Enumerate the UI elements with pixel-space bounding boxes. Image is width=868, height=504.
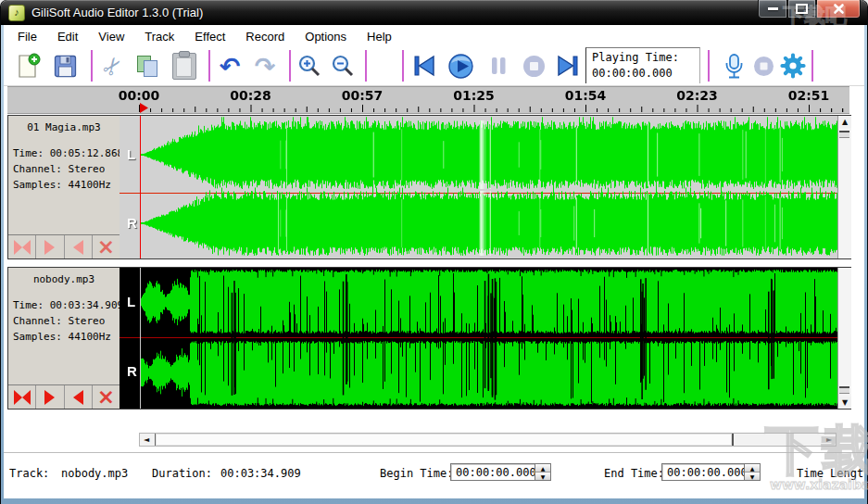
scroll-right-arrow[interactable]: ► xyxy=(823,434,836,446)
track2-channel: Channel: Stereo xyxy=(13,315,105,327)
scroll-down-arrow[interactable]: ▼ xyxy=(838,397,851,409)
track1-samples: Samples: 44100Hz xyxy=(13,179,111,191)
menu-effect[interactable]: Effect xyxy=(184,27,235,46)
track2-controls: × xyxy=(8,384,120,409)
minimize-button[interactable] xyxy=(758,0,787,19)
gear-icon xyxy=(779,52,807,80)
begin-time-input[interactable]: 00:00:00.000 xyxy=(450,463,535,481)
track1-play-all-button[interactable] xyxy=(8,235,36,258)
play-button[interactable] xyxy=(446,51,475,81)
toolbar-separator xyxy=(208,50,210,82)
track1-name: 01 Magia.mp3 xyxy=(8,121,120,133)
track-row-1: 01 Magia.mp3 Time: 00:05:12.868 Channel:… xyxy=(7,115,851,259)
track2-waveform[interactable] xyxy=(120,268,837,409)
stop-icon xyxy=(522,54,547,79)
settings-button[interactable] xyxy=(778,51,808,81)
menu-track[interactable]: Track xyxy=(134,27,184,46)
scroll-left-arrow[interactable]: ◄ xyxy=(140,434,153,446)
track1-delete-button[interactable]: × xyxy=(93,235,120,258)
zoom-out-icon xyxy=(331,54,355,78)
menu-view[interactable]: View xyxy=(88,27,134,46)
redo-button[interactable]: ↷ xyxy=(250,51,280,81)
track2-delete-button[interactable]: × xyxy=(93,385,120,409)
track1-play-backward-button[interactable] xyxy=(65,235,93,258)
track1-vertical-scrollbar[interactable]: ▲ xyxy=(837,116,851,258)
track2-samples: Samples: 44100Hz xyxy=(13,331,111,343)
time-length-label: Time Length: xyxy=(797,467,864,480)
skip-to-end-button[interactable] xyxy=(553,51,583,81)
track1-channel: Channel: Stereo xyxy=(13,163,105,175)
save-button[interactable] xyxy=(50,51,80,81)
menu-help[interactable]: Help xyxy=(357,27,402,46)
paste-button[interactable] xyxy=(170,51,199,81)
scrollbar-thumb[interactable] xyxy=(155,434,734,446)
scroll-up-arrow[interactable]: ▲ xyxy=(838,116,851,128)
track2-play-backward-button[interactable] xyxy=(65,385,93,409)
stop-button[interactable] xyxy=(519,51,548,81)
track1-waveform[interactable] xyxy=(120,116,837,258)
track1-controls: × xyxy=(8,234,120,258)
minimize-icon xyxy=(768,7,778,10)
spin-up-icon[interactable]: ▲ xyxy=(535,464,550,472)
skip-to-start-button[interactable] xyxy=(409,51,439,81)
pause-button[interactable] xyxy=(484,51,513,81)
close-button[interactable] xyxy=(816,0,861,19)
track2-play-all-button[interactable] xyxy=(8,385,36,409)
toolbar: ✂ ↶ ↷ xyxy=(4,46,864,86)
menu-options[interactable]: Options xyxy=(295,27,357,46)
toolbar-separator xyxy=(708,50,710,82)
timeline-ruler[interactable] xyxy=(7,86,849,114)
delete-track-icon: × xyxy=(97,236,115,258)
scrollbar-thumb[interactable] xyxy=(839,131,849,138)
undo-button[interactable]: ↶ xyxy=(215,51,245,81)
skip-to-end-icon xyxy=(554,53,582,79)
track2-play-forward-button[interactable] xyxy=(36,385,64,409)
window-controls xyxy=(758,0,861,19)
horizontal-scrollbar[interactable]: ◄ ► xyxy=(139,433,837,447)
copy-icon xyxy=(135,54,159,78)
cut-button[interactable]: ✂ xyxy=(97,51,127,81)
copy-button[interactable] xyxy=(132,51,162,81)
new-file-icon xyxy=(16,53,41,79)
menu-edit[interactable]: Edit xyxy=(47,27,88,46)
stop-record-button[interactable] xyxy=(748,51,778,81)
play-backward-icon xyxy=(73,240,83,255)
play-icon xyxy=(447,53,474,80)
spin-up-icon[interactable]: ▲ xyxy=(745,464,760,472)
skip-to-start-icon xyxy=(410,53,438,79)
end-time-input[interactable]: 00:00:00.000 xyxy=(661,463,745,481)
app-icon: ♪ xyxy=(8,5,25,21)
track2-vertical-scrollbar[interactable]: ▼ xyxy=(837,268,851,409)
track1-play-forward-button[interactable] xyxy=(36,235,64,258)
scrollbar-thumb[interactable] xyxy=(839,386,849,394)
record-button[interactable] xyxy=(719,51,748,81)
toolbar-separator xyxy=(289,50,291,82)
zoom-in-icon xyxy=(297,54,321,78)
zoom-out-button[interactable] xyxy=(328,51,358,81)
track2-left-channel-label: L xyxy=(127,294,135,309)
menu-record[interactable]: Record xyxy=(235,27,295,46)
window-title: GiliSoft Audio Editor 1.3.0 (Trial) xyxy=(31,6,203,19)
microphone-icon xyxy=(723,53,746,80)
playing-time-label: Playing Time: xyxy=(592,51,699,64)
status-divider xyxy=(4,452,864,453)
client-area: File Edit View Track Effect Record Optio… xyxy=(4,25,864,498)
play-forward-icon xyxy=(44,390,55,405)
track1-waveform-area: L R xyxy=(120,116,837,258)
spin-down-icon[interactable]: ▼ xyxy=(535,472,550,480)
stop-record-icon xyxy=(752,55,775,78)
toolbar-separator xyxy=(402,50,404,82)
begin-time-spinner[interactable]: ▲ ▼ xyxy=(535,463,551,481)
maximize-button[interactable] xyxy=(787,0,816,19)
menu-file[interactable]: File xyxy=(7,27,47,46)
track1-right-channel-label: R xyxy=(127,215,137,231)
toolbar-separator xyxy=(811,50,813,82)
play-all-icon xyxy=(14,240,31,255)
new-file-button[interactable] xyxy=(13,51,43,81)
end-time-spinner[interactable]: ▲ ▼ xyxy=(744,463,761,481)
close-icon xyxy=(833,3,845,15)
status-track-value: nobody.mp3 xyxy=(61,467,128,480)
spin-down-icon[interactable]: ▼ xyxy=(745,472,760,480)
cut-icon: ✂ xyxy=(95,50,129,82)
zoom-in-button[interactable] xyxy=(295,51,324,81)
